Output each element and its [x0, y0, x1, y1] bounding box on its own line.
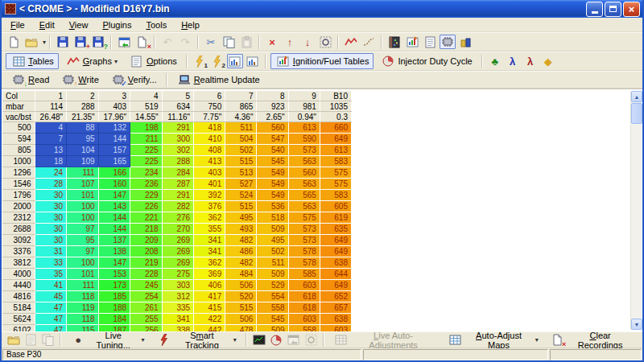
column-header-cell[interactable]: 4 [130, 91, 162, 101]
fuel-cell[interactable]: 147 [98, 190, 130, 201]
fuel-cell[interactable]: 211 [130, 134, 162, 145]
fuel-cell[interactable]: 275 [162, 269, 193, 280]
rpm-row-header[interactable]: 1796 [2, 190, 35, 201]
fuel-cell[interactable]: 104 [67, 145, 98, 156]
fuel-cell[interactable]: 506 [225, 314, 257, 325]
graphs-button[interactable]: Graphs▾ [60, 53, 122, 69]
fuel-cell[interactable]: 157 [98, 145, 130, 156]
fuel-cell[interactable]: 153 [98, 269, 130, 280]
rom-chip-button[interactable] [440, 35, 456, 49]
fuel-cell[interactable]: 536 [257, 201, 288, 212]
fuel-cell[interactable]: 33 [35, 257, 66, 269]
fuel-cell[interactable]: 362 [194, 212, 225, 224]
fuel-cell[interactable]: 603 [320, 325, 351, 332]
column-header-cell[interactable]: 403 [98, 101, 130, 112]
fuel-cell[interactable]: 560 [288, 167, 320, 179]
fuel-cell[interactable]: 269 [162, 257, 193, 269]
fuel-cell[interactable]: 478 [225, 325, 257, 332]
fuel-cell[interactable]: 245 [130, 280, 162, 291]
fuel-cell[interactable]: 219 [130, 257, 162, 269]
fuel-cell[interactable]: 590 [288, 134, 320, 145]
column-header-cell[interactable]: 114 [35, 101, 66, 112]
column-header-cell[interactable]: 923 [257, 101, 288, 112]
fuel-cell[interactable]: 549 [257, 179, 288, 190]
new-file-icon[interactable] [6, 35, 22, 49]
rpm-row-header[interactable]: 3376 [2, 246, 35, 257]
fuel-cell[interactable]: 160 [98, 179, 130, 190]
fuel-cell[interactable]: 341 [162, 314, 193, 325]
export-icon[interactable] [116, 35, 132, 49]
fuel-cell[interactable]: 13 [35, 145, 66, 156]
fuel-cell[interactable]: 95 [67, 235, 98, 246]
tables-button[interactable]: Tables [6, 53, 59, 69]
fuel-cell[interactable]: 638 [320, 257, 351, 269]
fuel-cell[interactable]: 41 [35, 280, 66, 291]
fuel-cell[interactable]: 276 [162, 212, 193, 224]
smart-tracking-button[interactable]: Smart Tracking▾ [151, 332, 241, 348]
fuel-cell[interactable]: 221 [130, 212, 162, 224]
fuel-cell[interactable]: 173 [98, 280, 130, 291]
fuel-cell[interactable]: 187 [98, 325, 130, 332]
title-bar[interactable]: < CROME > - Modified D16Y7.bin × [2, 0, 642, 18]
fuel-cell[interactable]: 312 [162, 291, 193, 302]
fuel-cell[interactable]: 35 [35, 269, 66, 280]
fuel-cell[interactable]: 578 [288, 257, 320, 269]
fuel-cell[interactable]: 270 [162, 224, 193, 235]
column-header-cell[interactable]: 26.48" [35, 112, 66, 122]
fuel-cell[interactable]: 261 [130, 302, 162, 314]
auto-adjust-maps-button[interactable]: Auto-Adjust Maps▾ [443, 332, 543, 348]
fuel-cell[interactable]: 218 [130, 224, 162, 235]
column-header-cell[interactable]: 288 [67, 101, 98, 112]
gauge-icon[interactable] [268, 333, 283, 348]
fuel-cell[interactable]: 563 [288, 179, 320, 190]
cut-icon[interactable]: ✂ [203, 35, 219, 49]
vertical-scrollbar[interactable]: ▲ ▼ [630, 91, 642, 330]
live-auto-adjustments-button[interactable]: Live Auto-Adjustments [328, 332, 441, 348]
column-header-cell[interactable]: 0.94" [288, 112, 320, 122]
menu-edit[interactable]: Edit [32, 19, 62, 31]
fuel-cell[interactable]: 511 [257, 257, 288, 269]
dropdown-caret-icon[interactable]: ▾ [535, 336, 539, 343]
rpm-row-header[interactable]: 6102 [2, 325, 35, 332]
lambda-icon[interactable]: λ [505, 54, 521, 68]
fuel-cell[interactable]: 563 [288, 201, 320, 212]
fuel-cell[interactable]: 225 [130, 145, 162, 156]
open-file-icon[interactable] [23, 35, 39, 49]
fuel-cell[interactable]: 484 [225, 269, 257, 280]
fuel-cell[interactable]: 603 [288, 314, 320, 325]
close-button[interactable]: × [623, 2, 640, 17]
fuel-cell[interactable]: 573 [288, 224, 320, 235]
fuel-cell[interactable]: 403 [194, 167, 225, 179]
fuel-cell[interactable]: 529 [257, 280, 288, 291]
fuel-cell[interactable]: 47 [35, 302, 66, 314]
fuel-cell[interactable]: 132 [98, 122, 130, 134]
fuel-cell[interactable]: 573 [288, 145, 320, 156]
fuel-cell[interactable]: 422 [194, 314, 225, 325]
column-header-cell[interactable]: 981 [288, 101, 320, 112]
fuel-cell[interactable]: 578 [288, 246, 320, 257]
live-tuning-button[interactable]: ●Live Tuning...▾ [65, 332, 149, 348]
rpm-row-header[interactable]: 2000 [2, 201, 35, 212]
fuel-cell[interactable]: 119 [67, 302, 98, 314]
fuel-cell[interactable]: 118 [67, 314, 98, 325]
fuel-cell[interactable]: 185 [98, 291, 130, 302]
fuel-cell[interactable]: 47 [35, 325, 66, 332]
fuel-cell[interactable]: 540 [257, 145, 288, 156]
rpm-row-header[interactable]: 5624 [2, 314, 35, 325]
scroll-down-button[interactable]: ▼ [631, 319, 642, 330]
column-header-cell[interactable]: 634 [162, 101, 193, 112]
fuel-cell[interactable]: 362 [194, 257, 225, 269]
upload-icon[interactable] [286, 333, 301, 348]
fuel-cell[interactable]: 565 [288, 190, 320, 201]
fuel-cell[interactable]: 97 [67, 224, 98, 235]
rpm-row-header[interactable]: 805 [2, 145, 35, 156]
column-header-cell[interactable]: 7.75" [194, 112, 225, 122]
fuel-cell[interactable]: 95 [67, 134, 98, 145]
rpm-row-header[interactable]: 4440 [2, 280, 35, 291]
fuel-cell[interactable]: 335 [162, 302, 193, 314]
fuel-cell[interactable]: 495 [257, 235, 288, 246]
rpm-row-header[interactable]: 3092 [2, 235, 35, 246]
notes-icon[interactable] [422, 35, 438, 49]
fuel-cell[interactable]: 575 [288, 212, 320, 224]
fuel-cell[interactable]: 208 [130, 246, 162, 257]
